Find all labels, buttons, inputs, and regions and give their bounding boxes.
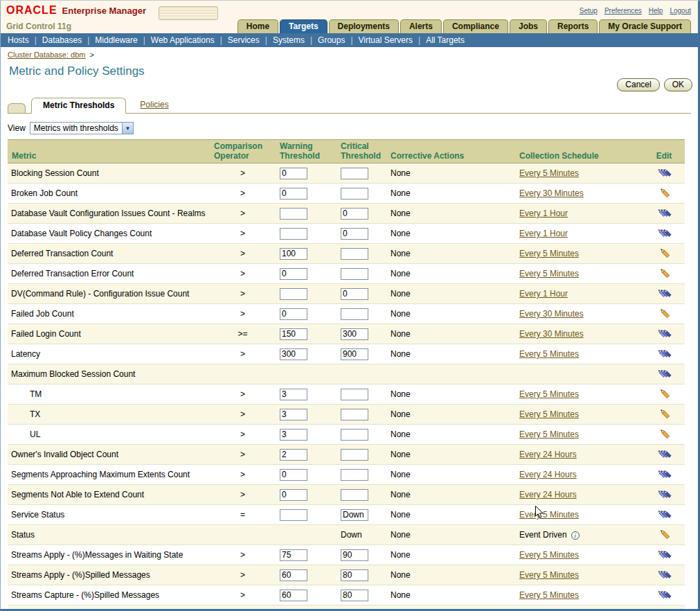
critical-threshold-input[interactable] [341,429,368,441]
collection-schedule-link[interactable]: Every 1 Hour [519,289,568,299]
critical-threshold-input[interactable] [341,409,368,420]
collection-schedule-link[interactable]: Every 5 Minutes [519,550,579,560]
info-icon[interactable]: i [571,531,580,540]
warning-threshold-input[interactable] [280,268,307,280]
collection-schedule-link[interactable]: Every 5 Minutes [519,510,579,520]
tab-jobs[interactable]: Jobs [510,19,547,33]
warning-threshold-input[interactable] [280,429,307,441]
warning-threshold-input[interactable] [280,188,307,200]
critical-threshold-input[interactable] [341,248,368,260]
edit-multiple-pencils-icon[interactable] [656,567,673,581]
critical-threshold-input[interactable] [341,328,368,340]
edit-pencil-icon[interactable] [658,427,671,440]
warning-threshold-input[interactable] [280,208,307,220]
warning-threshold-input[interactable] [280,569,307,581]
subnav-item-services[interactable]: Services [228,35,260,45]
tab-home[interactable]: Home [237,19,278,33]
edit-pencil-icon[interactable] [658,266,671,279]
breadcrumb-link[interactable]: Cluster Database: dbm [8,51,86,59]
critical-threshold-input[interactable] [341,489,368,501]
critical-threshold-input[interactable] [341,509,368,521]
subnav-item-virtual-servers[interactable]: Virtual Servers [359,35,413,45]
critical-threshold-input[interactable] [341,549,368,561]
edit-multiple-pencils-icon[interactable] [656,547,673,560]
edit-multiple-pencils-icon[interactable] [656,366,673,380]
collection-schedule-link[interactable]: Every 5 Minutes [519,430,579,439]
critical-threshold-input[interactable] [341,188,368,200]
collection-schedule-link[interactable]: Every 30 Minutes [519,309,584,319]
subtab-policies[interactable]: Policies [126,98,182,113]
warning-threshold-input[interactable] [280,469,307,481]
collection-schedule-link[interactable]: Every 30 Minutes [519,329,584,339]
subnav-item-databases[interactable]: Databases [42,35,82,45]
edit-multiple-pencils-icon[interactable] [656,507,673,520]
critical-threshold-input[interactable] [341,288,368,300]
critical-threshold-input[interactable] [341,228,368,240]
critical-threshold-input[interactable] [341,389,368,400]
tab-reports[interactable]: Reports [548,19,598,33]
view-select[interactable]: Metrics with thresholds ▼ [30,122,134,134]
edit-multiple-pencils-icon[interactable] [656,346,673,360]
warning-threshold-input[interactable] [280,228,307,240]
subnav-item-groups[interactable]: Groups [318,35,345,45]
subnav-item-all-targets[interactable]: All Targets [426,35,465,45]
warning-threshold-input[interactable] [280,509,307,521]
warning-threshold-input[interactable] [280,308,307,320]
edit-multiple-pencils-icon[interactable] [656,587,673,601]
global-link-logout[interactable]: Logout [670,7,691,15]
edit-multiple-pencils-icon[interactable] [656,286,673,299]
edit-multiple-pencils-icon[interactable] [656,206,673,219]
edit-pencil-icon[interactable] [658,186,671,199]
global-link-setup[interactable]: Setup [580,7,598,15]
collection-schedule-link[interactable]: Every 1 Hour [519,229,568,238]
collection-schedule-link[interactable]: Every 5 Minutes [519,570,579,580]
edit-pencil-icon[interactable] [658,387,671,400]
warning-threshold-input[interactable] [280,389,307,400]
tab-compliance[interactable]: Compliance [443,19,508,33]
warning-threshold-input[interactable] [280,328,307,340]
critical-threshold-input[interactable] [341,268,368,280]
warning-threshold-input[interactable] [280,248,307,260]
edit-pencil-icon[interactable] [658,527,671,540]
warning-threshold-input[interactable] [280,168,307,179]
edit-multiple-pencils-icon[interactable] [656,226,673,239]
subnav-item-hosts[interactable]: Hosts [8,35,29,45]
critical-threshold-input[interactable] [341,569,368,581]
tab-alerts[interactable]: Alerts [400,19,442,33]
collection-schedule-link[interactable]: Every 5 Minutes [519,349,579,359]
collection-schedule-link[interactable]: Every 5 Minutes [519,269,579,278]
warning-threshold-input[interactable] [280,409,307,420]
collection-schedule-link[interactable]: Every 24 Hours [519,490,577,499]
collection-schedule-link[interactable]: Every 5 Minutes [519,168,579,178]
tab-targets[interactable]: Targets [280,19,327,33]
subnav-item-middleware[interactable]: Middleware [95,35,137,45]
cancel-button[interactable]: Cancel [617,78,659,91]
edit-pencil-icon[interactable] [658,407,671,420]
edit-multiple-pencils-icon[interactable] [656,166,673,179]
collection-schedule-link[interactable]: Every 5 Minutes [519,389,579,399]
critical-threshold-input[interactable] [341,348,368,360]
edit-multiple-pencils-icon[interactable] [656,447,673,460]
collection-schedule-link[interactable]: Every 30 Minutes [519,188,584,198]
collection-schedule-link[interactable]: Every 1 Hour [519,209,568,218]
subnav-item-web-applications[interactable]: Web Applications [151,35,215,45]
collection-schedule-link[interactable]: Every 5 Minutes [519,249,579,258]
collection-schedule-link[interactable]: Every 24 Hours [519,470,577,479]
tab-my-oracle-support[interactable]: My Oracle Support [599,19,691,33]
edit-pencil-icon[interactable] [658,306,671,319]
warning-threshold-input[interactable] [280,549,307,561]
critical-threshold-input[interactable] [341,168,368,179]
collection-schedule-link[interactable]: Every 5 Minutes [519,409,579,419]
warning-threshold-input[interactable] [280,449,307,461]
ok-button[interactable]: OK [664,78,692,91]
collection-schedule-link[interactable]: Every 5 Minutes [519,590,579,600]
critical-threshold-input[interactable] [341,590,368,601]
edit-multiple-pencils-icon[interactable] [656,326,673,339]
warning-threshold-input[interactable] [280,348,307,360]
tab-deployments[interactable]: Deployments [329,19,399,33]
critical-threshold-input[interactable] [341,208,368,220]
edit-multiple-pencils-icon[interactable] [656,608,673,611]
subnav-item-systems[interactable]: Systems [273,35,305,45]
warning-threshold-input[interactable] [280,590,307,601]
edit-pencil-icon[interactable] [658,246,671,259]
